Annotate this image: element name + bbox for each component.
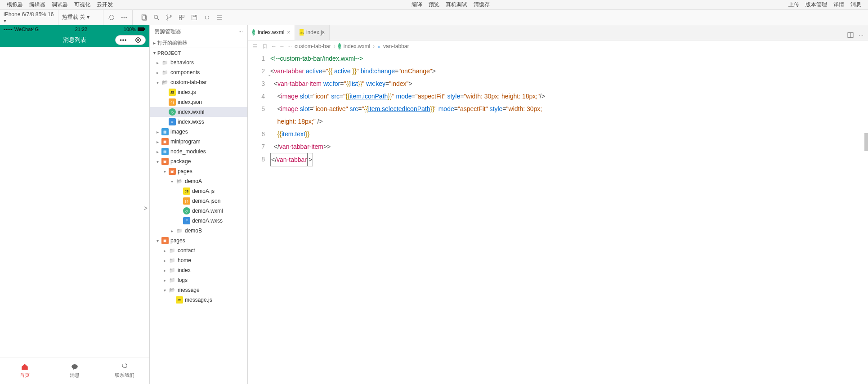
svg-rect-12 [192, 15, 197, 20]
code-editor[interactable]: 1⌄2345678 <!--custom-tab-bar/index.wxml-… [248, 52, 868, 384]
svg-rect-11 [179, 18, 182, 20]
tree-demoA.json[interactable]: demoA.json [150, 196, 247, 206]
capsule-close-icon [135, 37, 141, 43]
crumb-symbol[interactable]: van-tabbar [383, 43, 409, 49]
refresh-icon[interactable] [105, 11, 118, 24]
tree-demoA.wxml[interactable]: demoA.wxml [150, 206, 247, 216]
svg-point-2 [126, 17, 127, 18]
split-editor-icon[interactable] [847, 31, 854, 40]
menu-可视化[interactable]: 可视化 [71, 1, 94, 9]
tree-home[interactable]: ▸home [150, 255, 247, 265]
sim-tabbar: 首页消息联系我们 [0, 357, 149, 384]
tree-logs[interactable]: ▸logs [150, 275, 247, 285]
tree-miniprogram[interactable]: ▸miniprogram [150, 137, 247, 147]
debug-icon[interactable] [175, 11, 188, 24]
explorer-panel: 资源管理器 ··· ▸打开的编辑器 ▾PROJECT ▸behaviors▸co… [150, 25, 248, 384]
menu-预览[interactable]: 预览 [425, 1, 443, 9]
open-editors-section[interactable]: ▸打开的编辑器 [150, 38, 247, 48]
svg-rect-13 [138, 27, 144, 31]
crumb-file[interactable]: index.wxml [344, 43, 370, 49]
tree-node_modules[interactable]: ▸node_modules [150, 147, 247, 156]
tree-index.js[interactable]: index.js [150, 87, 247, 97]
tree-pages[interactable]: ▾pages [150, 236, 247, 246]
close-icon[interactable]: × [287, 29, 290, 36]
tree-index.json[interactable]: index.json [150, 97, 247, 107]
editor-panel: index.wxml×index.js ··· ← → ··· custom-t… [248, 25, 868, 384]
menu-清缓存[interactable]: 清缓存 [470, 1, 493, 9]
tree-demoA.wxss[interactable]: demoA.wxss [150, 216, 247, 226]
device-selector[interactable]: iPhone 6/7/8 85% 16 ▾ [0, 10, 58, 25]
tree-demoA[interactable]: ▾demoA [150, 176, 247, 186]
tree-images[interactable]: ▸images [150, 127, 247, 137]
simulator-panel: WeChat4G 21:22 100% 消息列表 ••• 首页消息联系我们 > [0, 25, 150, 384]
tree-index.wxml[interactable]: index.wxml [150, 107, 247, 117]
tree-demoB[interactable]: ▸demoB [150, 226, 247, 236]
sub-toolbar: iPhone 6/7/8 85% 16 ▾ 热重载 关 ▾ [0, 10, 868, 25]
menu-模拟器[interactable]: 模拟器 [4, 1, 26, 9]
page-title: 消息列表 [63, 36, 86, 44]
svg-rect-14 [144, 28, 145, 30]
menu-icon[interactable] [213, 11, 226, 24]
explorer-title: 资源管理器 [154, 28, 181, 36]
tree-pages[interactable]: ▾pages [150, 166, 247, 176]
battery-label: 100% [124, 27, 136, 32]
menu-编辑器[interactable]: 编辑器 [26, 1, 49, 9]
menu-版本管理[interactable]: 版本管理 [802, 1, 830, 9]
top-menu: 模拟器编辑器调试器可视化云开发 编译预览真机调试清缓存 上传版本管理详情消息 [0, 0, 868, 10]
js-file-icon [300, 29, 304, 36]
svg-point-5 [154, 15, 158, 18]
menu-消息[interactable]: 消息 [847, 1, 864, 9]
capsule-button[interactable]: ••• [115, 35, 146, 45]
bookmark-icon[interactable] [261, 43, 268, 50]
menu-编译[interactable]: 编译 [408, 1, 425, 9]
menu-调试器[interactable]: 调试器 [49, 1, 71, 9]
svg-point-8 [170, 15, 172, 17]
tree-index[interactable]: ▸index [150, 265, 247, 275]
tab-index.wxml[interactable]: index.wxml× [248, 25, 295, 40]
nav-back-icon[interactable]: ← [271, 43, 277, 49]
crumb-folder[interactable]: custom-tab-bar [295, 43, 331, 49]
sim-nav-bar: 消息列表 ••• [0, 33, 149, 47]
tree-behaviors[interactable]: ▸behaviors [150, 58, 247, 67]
sim-status-bar: WeChat4G 21:22 100% [0, 25, 149, 33]
tab-index.js[interactable]: index.js [295, 25, 329, 40]
branch-icon[interactable] [163, 11, 175, 24]
editor-more-icon[interactable]: ··· [859, 31, 864, 40]
editor-tabs: index.wxml×index.js ··· [248, 25, 868, 40]
tabbar-联系我们[interactable]: 联系我们 [99, 357, 149, 384]
sim-clock: 21:22 [75, 27, 88, 32]
tree-package[interactable]: ▾package [150, 156, 247, 166]
svg-point-15 [72, 364, 78, 369]
more-icon[interactable] [118, 11, 130, 24]
menu-上传[interactable]: 上传 [785, 1, 802, 9]
svg-point-0 [121, 17, 122, 18]
nav-fwd-icon[interactable]: → [279, 43, 285, 49]
explorer-more-icon[interactable]: ··· [238, 28, 243, 35]
tabbar-首页[interactable]: 首页 [0, 357, 50, 384]
wxml-file-icon [252, 29, 255, 36]
tabbar-消息[interactable]: 消息 [50, 357, 100, 384]
svg-point-7 [167, 19, 168, 20]
search-icon[interactable] [150, 11, 163, 24]
tree-components[interactable]: ▸components [150, 67, 247, 77]
tree-custom-tab-bar[interactable]: ▾custom-tab-bar [150, 77, 247, 87]
menu-详情[interactable]: 详情 [830, 1, 847, 9]
terminal-icon[interactable] [201, 11, 213, 24]
project-section[interactable]: ▾PROJECT [150, 48, 247, 58]
breadcrumbs[interactable]: ← → ··· custom-tab-bar› index.wxml› ⬨ va… [248, 40, 868, 52]
scrollbar-thumb[interactable] [864, 133, 868, 151]
collapse-sim-icon[interactable]: > [144, 205, 148, 212]
menu-云开发[interactable]: 云开发 [94, 1, 116, 9]
tree-message[interactable]: ▾message [150, 285, 247, 295]
tree-contact[interactable]: ▸contact [150, 246, 247, 255]
carrier-label: WeChat4G [14, 27, 39, 32]
menu-真机调试[interactable]: 真机调试 [443, 1, 470, 9]
list-icon[interactable] [251, 43, 259, 50]
tree-index.wxss[interactable]: index.wxss [150, 117, 247, 127]
tree-demoA.js[interactable]: demoA.js [150, 186, 247, 196]
tree-message.js[interactable]: message.js [150, 295, 247, 305]
hot-reload-toggle[interactable]: 热重载 关 ▾ [58, 10, 103, 25]
save-icon[interactable] [188, 11, 201, 24]
files-icon[interactable] [138, 11, 150, 24]
wxml-file-icon [338, 43, 341, 49]
